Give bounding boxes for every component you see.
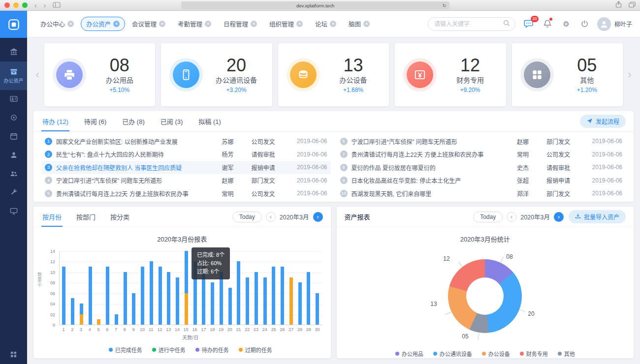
grid-icon[interactable]: [0, 351, 27, 358]
monthly-tab[interactable]: 按分类: [109, 207, 130, 227]
bar-column[interactable]: [287, 251, 296, 325]
bar-column[interactable]: [156, 251, 164, 325]
bar-column[interactable]: [121, 251, 129, 325]
bar-column[interactable]: [182, 251, 191, 325]
task-row[interactable]: 3父亲在抢救他却在隔壁救别人 当事医生回应质疑谢军报销申请2019-06-06: [41, 161, 331, 174]
tab-close-icon[interactable]: ✕: [205, 21, 211, 27]
tab-close-icon[interactable]: ✕: [363, 21, 370, 27]
stat-card[interactable]: 13办公设备+1.68%: [278, 43, 389, 106]
start-flow-button[interactable]: 发起流程: [580, 115, 626, 128]
task-row[interactable]: 9日本化妆品高丝在华变脸: 停止本土化生产张超报销申请2019-06-06: [337, 174, 626, 187]
search-input[interactable]: [433, 20, 503, 28]
nav-tab[interactable]: 会议管理✕: [127, 17, 171, 31]
tab-close-icon[interactable]: ✕: [296, 21, 303, 27]
tab-overview-icon[interactable]: [629, 1, 636, 9]
sidebar-item-contacts[interactable]: [0, 90, 27, 109]
bar-column[interactable]: [243, 251, 252, 325]
sidebar-item-bank[interactable]: [0, 43, 27, 61]
bar-column[interactable]: [112, 251, 121, 325]
nav-tab[interactable]: 办公资产✕: [81, 17, 125, 31]
tab-close-icon[interactable]: ✕: [67, 21, 74, 27]
bar-column[interactable]: [313, 251, 322, 325]
bar-column[interactable]: [269, 251, 278, 325]
reload-icon[interactable]: ↻: [443, 3, 447, 8]
stat-card[interactable]: 20办公通讯设备+3.20%: [161, 43, 272, 106]
bulk-import-button[interactable]: 批量导入资产: [569, 210, 626, 223]
legend-item[interactable]: 过期的任务: [239, 346, 272, 354]
bar-column[interactable]: [260, 251, 269, 325]
bar-column[interactable]: [164, 251, 173, 325]
task-row[interactable]: 5贵州清镇试行每月连上22天 方便上班族和农民办事常明公司发文2019-06-0…: [41, 187, 331, 200]
legend-item[interactable]: 进行中任务: [152, 346, 186, 354]
carousel-left-arrow[interactable]: ‹: [33, 68, 41, 81]
bar-column[interactable]: [68, 251, 77, 325]
window-zoom-button[interactable]: [22, 2, 28, 8]
browser-sidebar-icon[interactable]: [53, 0, 61, 10]
next-month-button-monthly[interactable]: ›: [313, 212, 323, 222]
sidebar-item-calendar[interactable]: [0, 127, 27, 146]
messages-icon[interactable]: 20: [523, 19, 534, 30]
today-button-assets[interactable]: Today: [473, 212, 503, 222]
task-row[interactable]: 7贵州清镇试行每月连上22天 方便上班族和农民办事常明公司发文2019-06-0…: [337, 148, 626, 161]
tasks-tab[interactable]: 待阅 (6): [83, 111, 108, 131]
today-button-monthly[interactable]: Today: [232, 212, 262, 222]
legend-item[interactable]: 财务专用: [520, 350, 548, 358]
stat-card[interactable]: 08办公用品+5.10%: [44, 43, 155, 106]
share-icon[interactable]: [615, 1, 622, 9]
legend-item[interactable]: 待办的任务: [195, 346, 229, 354]
legend-item[interactable]: 办公设备: [482, 350, 510, 358]
task-row[interactable]: 10西湖发现黑天鹅, 它们来自哪里郑洋部门发文2019-06-06: [337, 187, 626, 200]
bar-column[interactable]: [103, 251, 112, 325]
nav-tab[interactable]: 日程管理✕: [218, 17, 262, 31]
settings-icon[interactable]: ⚙: [561, 19, 572, 30]
logout-icon[interactable]: [579, 19, 590, 30]
nav-tab[interactable]: 考勤管理✕: [172, 17, 217, 31]
sidebar-item-wrench[interactable]: [0, 183, 27, 202]
tasks-tab[interactable]: 待办 (12): [41, 111, 69, 131]
bar-column[interactable]: [86, 251, 95, 325]
sidebar-item-monitor[interactable]: [0, 202, 27, 221]
bar-column[interactable]: [252, 251, 261, 325]
search-box[interactable]: [428, 17, 515, 31]
donut-ring[interactable]: [448, 259, 522, 333]
tasks-tab[interactable]: 已阅 (3): [160, 111, 184, 131]
monthly-tab[interactable]: 按月份: [41, 207, 63, 227]
nav-tab[interactable]: 论坛✕: [310, 17, 342, 31]
bar-column[interactable]: [129, 251, 138, 325]
legend-item[interactable]: 已完成任务: [109, 346, 142, 354]
bar-column[interactable]: [304, 251, 313, 325]
tasks-tab[interactable]: 拟稿 (1): [197, 111, 222, 131]
bar-column[interactable]: [138, 251, 147, 325]
bar-column[interactable]: [147, 251, 156, 325]
tab-close-icon[interactable]: ✕: [251, 21, 257, 27]
next-month-button-assets[interactable]: ›: [554, 212, 564, 222]
task-row[interactable]: 8夏衍的作品 夏衍故居在哪夏衍的史杰请假审批2019-06-06: [337, 161, 626, 174]
sidebar-item-target[interactable]: [0, 109, 27, 127]
bar-column[interactable]: [278, 251, 287, 325]
browser-forward-button[interactable]: ›: [44, 0, 46, 10]
nav-tab[interactable]: 办公中心✕: [35, 17, 79, 31]
nav-tab[interactable]: 组织管理✕: [264, 17, 308, 31]
carousel-right-arrow[interactable]: ›: [626, 68, 634, 81]
legend-item[interactable]: 办公用品: [395, 350, 423, 358]
task-row[interactable]: 4宁波口岸引进“汽车侦探” 问题车无所遁形赵娜部门发文2019-06-06: [41, 174, 331, 187]
notifications-icon[interactable]: [542, 19, 553, 30]
browser-back-button[interactable]: ‹: [34, 0, 37, 10]
bar-column[interactable]: [234, 251, 243, 325]
legend-item[interactable]: 其他: [558, 350, 575, 358]
tab-close-icon[interactable]: ✕: [330, 21, 336, 27]
tab-close-icon[interactable]: ✕: [113, 21, 120, 27]
bar-column[interactable]: [95, 251, 103, 325]
bar-column[interactable]: [60, 251, 68, 325]
bar-column[interactable]: [295, 251, 304, 325]
tasks-tab[interactable]: 已办 (8): [121, 111, 146, 131]
user-menu[interactable]: 柳叶子: [597, 17, 632, 31]
prev-month-button-monthly[interactable]: ‹: [266, 212, 276, 222]
prev-month-button-assets[interactable]: ‹: [507, 212, 516, 222]
legend-item[interactable]: 办公通讯设备: [433, 350, 472, 358]
tab-close-icon[interactable]: ✕: [159, 21, 165, 27]
app-logo[interactable]: [0, 11, 27, 38]
nav-tab[interactable]: 脑图✕: [343, 17, 375, 31]
sidebar-item-team[interactable]: [0, 165, 27, 183]
bar-column[interactable]: [77, 251, 86, 325]
